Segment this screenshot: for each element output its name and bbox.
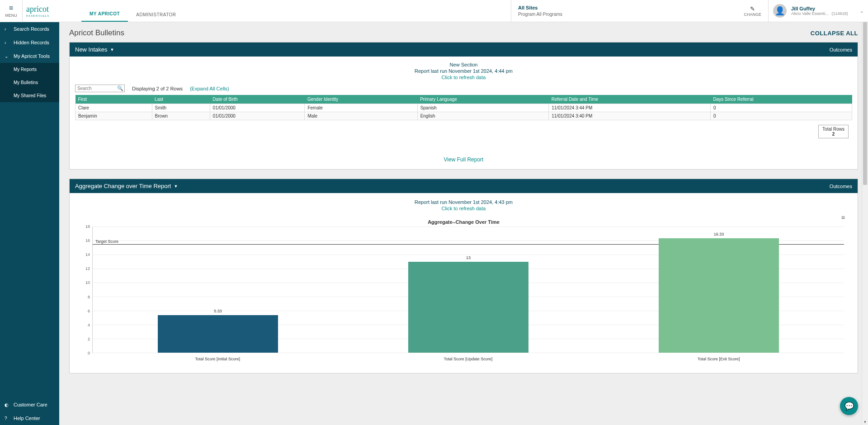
change-label: CHANGE: [744, 12, 761, 17]
bulletin-header[interactable]: New Intakes ▼ Outcomes: [70, 42, 858, 57]
table-row[interactable]: ClareSmith01/01/2000FemaleSpanish11/01/2…: [75, 104, 852, 112]
logo-main: apricot: [26, 5, 49, 14]
y-tick: 12: [85, 266, 90, 271]
bulletin-new-intakes: New Intakes ▼ Outcomes New Section Repor…: [69, 42, 858, 170]
program-label: Program All Programs: [518, 12, 744, 17]
refresh-link[interactable]: Click to refresh data: [70, 206, 858, 211]
bulletin-category: Outcomes: [830, 47, 852, 52]
sidebar-item-hidden-records[interactable]: › Hidden Records: [0, 36, 59, 49]
y-tick: 0: [88, 351, 90, 355]
chat-fab[interactable]: 💬: [840, 397, 858, 415]
x-axis-label: Total Score [Exit Score]: [594, 355, 844, 362]
sidebar-item-my-reports[interactable]: My Reports: [0, 63, 59, 76]
scroll-down-icon[interactable]: ▼: [862, 420, 868, 424]
chevron-right-icon: ›: [5, 27, 11, 32]
page-title: Apricot Bulletins: [69, 28, 124, 38]
table-cell: Smith: [152, 104, 210, 112]
y-tick: 8: [88, 295, 90, 299]
table-cell: Clare: [75, 104, 152, 112]
chart-bar[interactable]: 5.33: [158, 315, 278, 353]
chat-icon: 💬: [844, 401, 854, 411]
tab-administrator[interactable]: ADMINISTRATOR: [128, 9, 184, 22]
last-run-label: Report last run November 1st 2024, 4:43 …: [70, 199, 858, 205]
chart-bar[interactable]: 13: [408, 262, 528, 353]
sites-label: All Sites: [518, 5, 744, 10]
life-ring-icon: ◐: [5, 402, 11, 407]
y-tick: 4: [88, 323, 90, 327]
table-header[interactable]: First: [75, 95, 152, 104]
sidebar-item-label: Customer Care: [14, 402, 47, 407]
bar-value-label: 16.33: [659, 232, 779, 236]
org-name: Alicio Valle Essenti...: [791, 11, 829, 16]
chevron-right-icon: ›: [5, 40, 11, 45]
sidebar-item-customer-care[interactable]: ◐ Customer Care: [0, 398, 59, 411]
bulletin-header[interactable]: Aggregate Change over Time Report ▼ Outc…: [70, 179, 858, 193]
hamburger-icon: ≡: [9, 4, 13, 12]
intakes-table: FirstLastDate of BirthGender IdentityPri…: [75, 95, 852, 120]
scroll-thumb[interactable]: [863, 22, 867, 185]
table-cell: English: [417, 112, 549, 120]
total-rows-box: Total Rows 2: [818, 125, 849, 138]
sidebar: › Search Records › Hidden Records ⌄ My A…: [0, 22, 59, 425]
sidebar-item-my-apricot-tools[interactable]: ⌄ My Apricot Tools: [0, 49, 59, 63]
section-title: New Section: [70, 62, 858, 67]
y-tick: 2: [88, 337, 90, 341]
bar-value-label: 13: [408, 255, 528, 260]
collapse-all-button[interactable]: COLLAPSE ALL: [811, 30, 858, 37]
table-cell: 0: [711, 112, 852, 120]
table-cell: Male: [305, 112, 417, 120]
pencil-icon: ✎: [744, 5, 761, 12]
bulletin-category: Outcomes: [830, 184, 852, 189]
user-name: Jill Guffey: [791, 6, 848, 11]
table-header[interactable]: Referral Date and Time: [549, 95, 711, 104]
table-cell: Brown: [152, 112, 210, 120]
sidebar-item-search-records[interactable]: › Search Records: [0, 22, 59, 36]
chart-menu-icon[interactable]: ≡: [841, 214, 845, 221]
view-full-report-link[interactable]: View Full Report: [70, 156, 858, 163]
sidebar-item-my-shared-files[interactable]: My Shared Files: [0, 89, 59, 102]
sidebar-item-label: Hidden Records: [14, 40, 49, 45]
y-tick: 6: [88, 309, 90, 313]
sidebar-item-my-bulletins[interactable]: My Bulletins: [0, 76, 59, 89]
chart-bar[interactable]: 16.33: [659, 238, 779, 353]
menu-button[interactable]: ≡ MENU: [0, 0, 23, 22]
menu-label: MENU: [5, 13, 17, 18]
expand-all-link[interactable]: (Expand All Cells): [190, 86, 229, 91]
table-row[interactable]: BenjaminBrown01/01/2000MaleEnglish11/01/…: [75, 112, 852, 120]
bulletin-aggregate-change: Aggregate Change over Time Report ▼ Outc…: [69, 179, 858, 373]
scrollbar[interactable]: ▼: [862, 22, 868, 425]
table-cell: Benjamin: [75, 112, 152, 120]
target-line-label: Target Score: [95, 239, 118, 244]
tab-my-apricot[interactable]: MY APRICOT: [81, 8, 128, 22]
y-tick: 18: [85, 224, 90, 229]
bulletin-title: Aggregate Change over Time Report: [75, 183, 171, 189]
sidebar-item-label: My Shared Files: [14, 93, 46, 98]
logo-sub: ESSENTIALS: [26, 14, 49, 18]
refresh-link[interactable]: Click to refresh data: [70, 75, 858, 80]
total-value: 2: [822, 132, 844, 137]
table-cell: 01/01/2000: [210, 112, 305, 120]
site-selector[interactable]: All Sites Program All Programs ✎ CHANGE: [511, 0, 769, 22]
y-tick: 10: [85, 280, 90, 285]
org-id: (114618): [831, 11, 848, 16]
sidebar-item-help-center[interactable]: ? Help Center: [0, 411, 59, 425]
table-header[interactable]: Days Since Referral: [711, 95, 852, 104]
user-menu[interactable]: 👤 Jill Guffey Alicio Valle Essenti... (1…: [769, 0, 868, 22]
search-icon[interactable]: 🔍: [117, 85, 123, 91]
table-cell: 11/01/2024 3:40 PM: [549, 112, 711, 120]
table-header[interactable]: Last: [152, 95, 210, 104]
sidebar-item-label: My Reports: [14, 67, 37, 72]
table-header[interactable]: Gender Identity: [305, 95, 417, 104]
bulletin-title: New Intakes: [75, 46, 108, 53]
table-header[interactable]: Date of Birth: [210, 95, 305, 104]
chart-title: Aggregate--Change Over Time: [79, 219, 849, 225]
caret-down-icon: ▼: [174, 184, 178, 189]
logo[interactable]: apricot ESSENTIALS: [23, 0, 72, 22]
rows-info: Displaying 2 of 2 Rows: [132, 86, 183, 91]
table-cell: 0: [711, 104, 852, 112]
chevron-down-icon: ⌄: [860, 9, 863, 14]
bar-value-label: 5.33: [158, 309, 278, 313]
table-header[interactable]: Primary Language: [417, 95, 549, 104]
y-tick: 16: [85, 238, 90, 243]
chevron-down-icon: ⌄: [5, 54, 11, 59]
